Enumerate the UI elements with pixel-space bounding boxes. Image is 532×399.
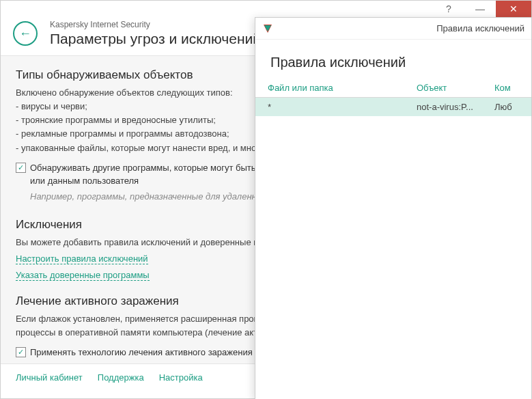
detect-other-checkbox[interactable]: ✓ bbox=[16, 163, 26, 173]
column-comment[interactable]: Ком bbox=[494, 83, 519, 93]
cell-comment: Люб bbox=[494, 102, 519, 112]
table-row[interactable]: * not-a-virus:P... Люб bbox=[255, 98, 531, 116]
arrow-left-icon: ← bbox=[19, 27, 31, 41]
column-file[interactable]: Файл или папка bbox=[268, 83, 417, 93]
detect-other-label: Обнаруживать другие программы, которые м… bbox=[30, 162, 263, 188]
back-button[interactable]: ← bbox=[13, 21, 38, 46]
footer-support-link[interactable]: Поддержка bbox=[98, 372, 144, 383]
exclusions-window-titlebar: Правила исключений bbox=[255, 18, 531, 40]
footer-account-link[interactable]: Личный кабинет bbox=[16, 372, 83, 383]
exclusions-window-title: Правила исключений bbox=[279, 23, 524, 33]
kaspersky-logo-icon bbox=[262, 23, 273, 34]
active-cure-checkbox[interactable]: ✓ bbox=[16, 347, 26, 357]
svg-marker-1 bbox=[264, 25, 271, 31]
exclusions-window-heading: Правила исключений bbox=[255, 40, 531, 83]
help-button[interactable]: ? bbox=[433, 1, 464, 17]
close-button[interactable]: ✕ bbox=[496, 1, 531, 17]
trusted-programs-link[interactable]: Указать доверенные программы bbox=[16, 270, 150, 281]
active-cure-label: Применять технологию лечения активного з… bbox=[30, 346, 253, 359]
page-title: Параметры угроз и исключений bbox=[50, 31, 261, 47]
cell-object: not-a-virus:P... bbox=[417, 102, 494, 112]
configure-exclusions-link[interactable]: Настроить правила исключений bbox=[16, 253, 148, 264]
footer-settings-link[interactable]: Настройка bbox=[159, 372, 203, 383]
product-name: Kaspersky Internet Security bbox=[50, 20, 261, 29]
table-header: Файл или папка Объект Ком bbox=[255, 83, 531, 98]
column-object[interactable]: Объект bbox=[417, 83, 494, 93]
exclusions-table: Файл или папка Объект Ком * not-a-virus:… bbox=[255, 83, 531, 116]
minimize-button[interactable]: — bbox=[464, 1, 496, 17]
cell-file: * bbox=[268, 102, 417, 112]
exclusions-rules-window: Правила исключений Правила исключений Фа… bbox=[255, 17, 532, 399]
